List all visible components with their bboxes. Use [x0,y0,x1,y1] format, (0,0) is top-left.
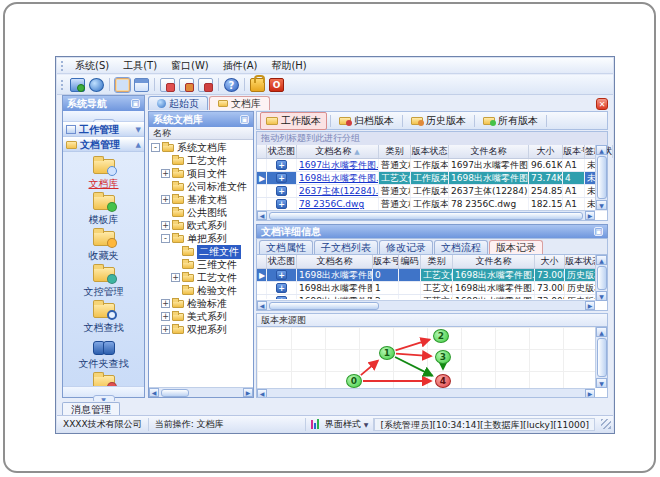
tree-item[interactable]: 工艺文件 [149,154,253,167]
scroll-thumb[interactable] [597,266,607,290]
toolbar-sep[interactable] [218,78,219,91]
tree-column-header[interactable]: 名称 [149,127,253,140]
sidebar-group-work[interactable]: 工作管理 ▼ [63,122,144,137]
pin-icon[interactable]: ▣ [594,227,603,236]
column-header[interactable]: 文档名称 [297,255,373,268]
graph-node-2[interactable]: 2 [433,329,449,343]
column-header[interactable]: 状态图 [267,255,297,268]
sidebar-item-checked-out-docs[interactable]: 签出的文档 [63,371,144,386]
tree-expander[interactable]: + [161,195,170,204]
stop-icon[interactable]: O [269,78,284,92]
work-version-button[interactable]: 工作版本 [260,112,327,130]
menu-window[interactable]: 窗口(W) [164,59,216,72]
column-header[interactable]: 版本号 [563,145,585,158]
tree-item[interactable]: + 双把系列 [149,323,253,336]
tree-expander[interactable]: + [161,169,170,178]
sidebar-item-doc-search[interactable]: 文档查找 [63,299,144,333]
sidebar-item-doc-control[interactable]: 文控管理 [63,263,144,297]
tree-item[interactable]: + 工艺文件 [149,271,253,284]
message-management-tab[interactable]: 消息管理 [62,402,120,415]
sidebar-item-favorites[interactable]: 收藏夹 [63,227,144,261]
column-header[interactable]: 文档名称 ▲ [297,145,379,158]
tree-expander[interactable]: + [161,299,170,308]
tree-horizontal-scrollbar[interactable]: ◀ ▶ [149,387,253,397]
column-header[interactable] [257,255,267,268]
column-header[interactable]: 状态图 [267,145,297,158]
globe-icon[interactable] [89,78,104,92]
tree-item[interactable]: 公共图纸 [149,206,253,219]
scroll-down-arrow[interactable]: ▼ [596,378,607,388]
scroll-left-arrow[interactable]: ◀ [149,388,159,397]
scroll-right-arrow[interactable]: ▶ [585,301,595,310]
resize-grip[interactable] [601,419,611,429]
scroll-up-arrow[interactable]: ▲ [596,145,607,155]
lock-icon[interactable] [250,78,265,92]
tree-item[interactable]: 公司标准文件 [149,180,253,193]
grid-vertical-scrollbar[interactable]: ▲ ▼ [595,145,607,210]
scroll-right-arrow[interactable]: ▶ [585,211,595,220]
graph-node-1[interactable]: 1 [379,346,395,360]
table-row[interactable]: + 2637主体(12284).dwg 普通文档 工作版本 2637主体(122… [257,185,607,198]
tab-doc-library[interactable]: 文档库 [209,96,270,110]
tree-expander[interactable]: - [151,143,160,152]
scroll-thumb[interactable] [161,389,189,397]
column-header[interactable]: 大小 [529,145,563,158]
sidebar-item-folder-search[interactable]: 文件夹查找 [63,335,144,369]
grid-vertical-scrollbar[interactable]: ▲ ▼ [595,255,607,301]
history-version-button[interactable]: 历史版本 [406,113,471,129]
column-header[interactable]: 版本状态 [411,145,449,158]
scroll-thumb[interactable] [269,212,583,220]
close-tab-button[interactable]: ✕ [596,98,608,110]
new-document-icon[interactable] [160,78,175,92]
graph-node-3[interactable]: 3 [435,350,451,364]
window-layout-icon[interactable] [134,78,149,92]
tree-item[interactable]: - 单把系列 [149,232,253,245]
column-header[interactable]: 类别 [421,255,453,268]
menu-help[interactable]: 帮助(H) [264,59,313,72]
archive-version-button[interactable]: 归档版本 [334,113,399,129]
tree-item[interactable]: + 检验标准 [149,297,253,310]
table-row[interactable]: + 1697出水嘴零件图.dwg 普通文档 工作版本 1697出水嘴零件图.dw… [257,159,607,172]
sidebar-item-doc-library[interactable]: 文档库 [63,155,144,189]
table-row[interactable]: ▶ + 1698出水嘴零件图.dwg 0 工艺文件 1698出水嘴零件图.dwg… [257,269,607,282]
scroll-left-arrow[interactable]: ◀ [257,301,267,310]
column-header[interactable]: 大小 [535,255,565,268]
scroll-left-arrow[interactable]: ◀ [257,211,267,220]
scroll-right-arrow[interactable]: ▶ [243,388,253,397]
monitor-icon[interactable] [70,78,85,92]
column-header[interactable] [257,145,267,158]
tab-doc-properties[interactable]: 文档属性 [259,240,313,254]
table-row[interactable]: ▶ + 1698出水嘴零件图.dwg 工艺文件 工作版本 1698出水嘴零件图.… [257,172,607,185]
menu-system[interactable]: 系统(S) [68,59,116,72]
help-icon[interactable]: ? [224,78,239,92]
scroll-up-arrow[interactable]: ▲ [596,327,607,337]
graph-horizontal-scrollbar[interactable]: ◀ ▶ [257,388,595,397]
table-row[interactable]: + 1698出水嘴零件图.dwg 1 工艺文件 1698出水嘴零件图.dwg 7… [257,282,607,295]
tree-item[interactable]: + 美式系列 [149,310,253,323]
scroll-right-arrow[interactable]: ▶ [585,389,595,398]
tree-item[interactable]: 二维文件 [149,245,253,258]
document-link[interactable]: 1697出水嘴零件图.dwg [299,160,379,170]
toolbar-sep[interactable] [109,78,110,91]
graph-node-4[interactable]: 4 [435,374,451,388]
tree-item[interactable]: + 欧式系列 [149,219,253,232]
tab-modify-records[interactable]: 修改记录 [379,240,433,254]
tab-doc-flow[interactable]: 文档流程 [434,240,488,254]
tree-item[interactable]: + 基准文档 [149,193,253,206]
sidebar-group-docs[interactable]: 文档管理 ▲ [63,137,144,152]
open-folder-icon[interactable] [115,78,130,92]
all-version-button[interactable]: 所有版本 [478,113,543,129]
scroll-thumb[interactable] [597,338,607,377]
column-header[interactable]: 版本号 [373,255,399,268]
menu-tools[interactable]: 工具(T) [116,59,164,72]
document-link[interactable]: 2637主体(12284).dwg [299,186,379,196]
tab-start-page[interactable]: 起始页 [148,96,208,110]
column-header[interactable]: 类别 [379,145,411,158]
tree-item[interactable]: - 系统文档库 [149,141,253,154]
sidebar-item-template-library[interactable]: 模板库 [63,191,144,225]
pin-icon[interactable]: ▣ [240,115,249,124]
toolbar-sep[interactable] [244,78,245,91]
tree-item[interactable]: 检验文件 [149,284,253,297]
column-header[interactable]: 文件名称 [449,145,529,158]
pin-icon[interactable]: ▣ [131,99,140,108]
